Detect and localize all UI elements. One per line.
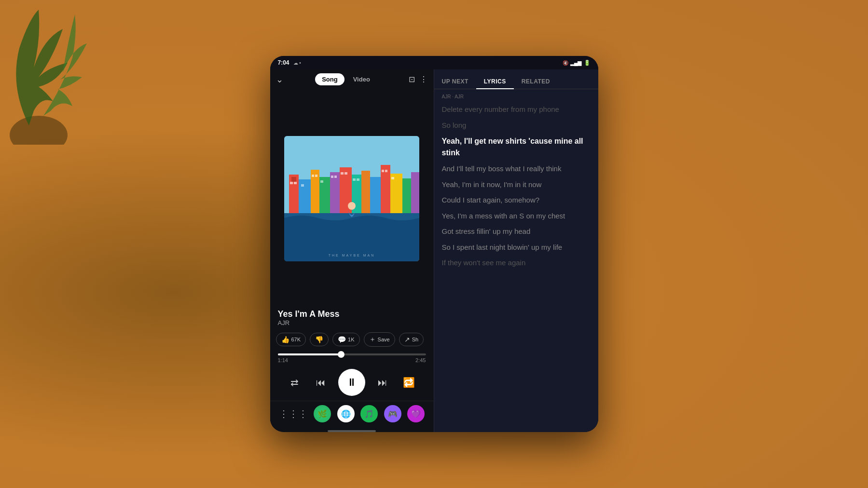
svg-rect-18: [294, 182, 297, 184]
dock-app-spotify[interactable]: 🎵: [360, 405, 378, 422]
svg-rect-29: [382, 170, 384, 172]
svg-rect-8: [330, 172, 340, 213]
song-artist: AJR: [278, 319, 426, 326]
svg-rect-31: [391, 177, 394, 179]
lyric-line-10: If they won't see me again: [442, 258, 591, 269]
play-pause-button[interactable]: ⏸: [338, 369, 365, 396]
progress-thumb[interactable]: [338, 351, 344, 358]
svg-rect-24: [334, 176, 337, 178]
svg-rect-15: [402, 178, 411, 213]
tab-related[interactable]: RELATED: [514, 74, 558, 89]
next-button[interactable]: ⏭: [374, 374, 391, 391]
comment-button[interactable]: 💬 1K: [332, 333, 359, 346]
svg-rect-11: [361, 171, 370, 213]
svg-rect-30: [385, 170, 387, 172]
progress-section: 1:14 2:45: [270, 350, 434, 365]
tab-video[interactable]: Video: [346, 73, 377, 85]
total-time: 2:45: [415, 357, 426, 363]
status-icons: 🔇 ▂▄▆ 🔋: [563, 60, 591, 66]
home-indicator: [328, 430, 376, 432]
save-button[interactable]: ＋ Save: [364, 332, 395, 347]
progress-fill: [278, 353, 342, 355]
svg-rect-14: [390, 174, 402, 213]
album-art-container: THE MAYBE MAN: [270, 89, 434, 306]
dislike-icon: 👎: [315, 336, 323, 343]
svg-rect-23: [331, 176, 333, 178]
svg-rect-25: [341, 172, 344, 175]
right-panel: UP NEXT LYRICS RELATED AJR · AJR Delete …: [434, 69, 598, 432]
share-label: Sh: [412, 337, 418, 342]
svg-rect-27: [353, 178, 356, 181]
save-icon: ＋: [369, 335, 376, 344]
lyric-line-4: And I'll tell my boss what I really thin…: [442, 163, 591, 175]
lyric-line-7: Yes, I'm a mess with an S on my chest: [442, 211, 591, 222]
dock-app-game[interactable]: 🎮: [384, 405, 401, 422]
album-art: THE MAYBE MAN: [284, 136, 419, 261]
lyric-line-2: So long: [442, 120, 591, 131]
player-tabs: Song Video: [315, 73, 377, 85]
tab-lyrics[interactable]: LYRICS: [476, 74, 514, 89]
plant-decoration: [0, 0, 135, 145]
svg-rect-5: [299, 179, 311, 213]
right-tabs: UP NEXT LYRICS RELATED: [434, 69, 598, 89]
prev-button[interactable]: ⏮: [312, 374, 330, 391]
share-button[interactable]: ↗ Sh: [399, 333, 424, 346]
dislike-button[interactable]: 👎: [310, 333, 329, 346]
svg-rect-22: [320, 180, 323, 183]
shuffle-icon: ⇄: [290, 377, 299, 388]
share-icon: ↗: [404, 336, 410, 343]
svg-rect-4: [291, 177, 296, 182]
phone-device: 7:04 ☁ • 🔇 ▂▄▆ 🔋 ⌄ Song Video ⊡ ⋮: [270, 56, 598, 432]
svg-point-32: [348, 202, 356, 210]
more-options-icon[interactable]: ⋮: [420, 75, 427, 84]
back-chevron-icon[interactable]: ⌄: [276, 74, 283, 85]
svg-rect-16: [411, 172, 419, 213]
like-count: 67K: [291, 337, 301, 342]
dock-grid-icon[interactable]: ⋮⋮⋮: [279, 408, 308, 420]
svg-rect-28: [357, 178, 359, 181]
lyrics-content[interactable]: AJR · AJR Delete every number from my ph…: [434, 89, 598, 432]
dock-app-1[interactable]: 🌿: [314, 405, 331, 422]
svg-rect-20: [312, 175, 314, 177]
tab-up-next[interactable]: UP NEXT: [434, 74, 476, 89]
shuffle-button[interactable]: ⇄: [286, 374, 303, 391]
svg-rect-21: [315, 175, 317, 177]
svg-rect-17: [290, 182, 293, 184]
status-carrier: ☁ •: [293, 60, 301, 66]
main-content: ⌄ Song Video ⊡ ⋮: [270, 69, 598, 432]
like-icon: 👍: [281, 336, 289, 343]
lyric-line-6: Could I start again, somehow?: [442, 195, 591, 206]
status-left: 7:04 ☁ •: [278, 59, 301, 66]
comment-icon: 💬: [338, 336, 346, 343]
player-top-nav: ⌄ Song Video ⊡ ⋮: [270, 69, 434, 89]
repeat-button[interactable]: 🔁: [400, 374, 417, 391]
dock-app-purple[interactable]: 💜: [407, 405, 425, 422]
nav-icons: ⊡ ⋮: [409, 75, 427, 84]
next-icon: ⏭: [378, 377, 387, 388]
svg-rect-19: [301, 184, 304, 187]
player-controls: ⇄ ⏮ ⏸ ⏭ 🔁: [270, 365, 434, 401]
song-info: Yes I'm A Mess AJR: [270, 306, 434, 329]
left-panel: ⌄ Song Video ⊡ ⋮: [270, 69, 434, 432]
pause-icon: ⏸: [346, 376, 357, 389]
lyric-line-9: So I spent last night blowin' up my life: [442, 242, 591, 253]
lyric-line-3: Yeah, I'll get new shirts 'cause mine al…: [442, 136, 591, 159]
repeat-icon: 🔁: [403, 377, 415, 388]
mute-icon: 🔇: [563, 60, 568, 66]
like-button[interactable]: 👍 67K: [276, 333, 306, 346]
dock-app-chrome[interactable]: 🌐: [337, 405, 355, 422]
status-time: 7:04: [278, 59, 289, 66]
current-time: 1:14: [278, 357, 288, 363]
action-row: 👍 67K 👎 💬 1K ＋ Save ↗ Sh: [270, 329, 434, 350]
svg-rect-26: [344, 172, 347, 175]
tab-song[interactable]: Song: [315, 73, 344, 85]
lyric-line-5: Yeah, I'm in it now, I'm in it now: [442, 179, 591, 190]
time-labels: 1:14 2:45: [278, 357, 426, 363]
svg-point-0: [10, 116, 68, 145]
progress-bar[interactable]: [278, 353, 426, 355]
svg-rect-12: [370, 177, 381, 213]
cast-icon[interactable]: ⊡: [409, 75, 415, 84]
signal-icon: ▂▄▆: [570, 60, 582, 66]
status-bar: 7:04 ☁ • 🔇 ▂▄▆ 🔋: [270, 56, 598, 69]
album-art-svg: THE MAYBE MAN: [284, 136, 419, 261]
